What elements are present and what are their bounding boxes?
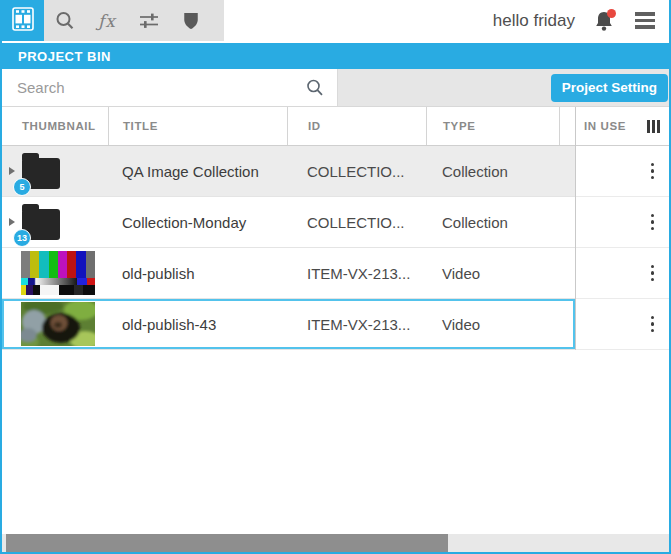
row-id: ITEM-VX-213... bbox=[287, 265, 426, 282]
row-type: Video bbox=[426, 265, 559, 282]
effects-fx-icon[interactable]: ƒx bbox=[86, 0, 128, 41]
table-row[interactable]: old-publish ITEM-VX-213... Video bbox=[2, 248, 575, 299]
panel-title: PROJECT BIN bbox=[2, 43, 669, 69]
row-actions bbox=[576, 197, 669, 248]
folder-icon: 5 bbox=[22, 154, 60, 189]
scrollbar-thumb[interactable] bbox=[6, 534, 448, 552]
col-header-inuse-row: IN USE bbox=[576, 107, 669, 146]
table-left: THUMBNAIL TITLE ID TYPE 5 QA Image Colle… bbox=[2, 107, 576, 350]
user-greeting: hello friday bbox=[493, 11, 575, 31]
kebab-menu-icon[interactable] bbox=[648, 262, 658, 285]
tab-project-bin[interactable] bbox=[2, 0, 44, 41]
adjust-sliders-icon[interactable] bbox=[128, 0, 170, 41]
menu-icon[interactable] bbox=[633, 10, 657, 31]
kebab-menu-icon[interactable] bbox=[648, 313, 658, 336]
row-type: Video bbox=[426, 316, 559, 333]
search-magnifier-icon bbox=[305, 78, 325, 102]
row-id: ITEM-VX-213... bbox=[287, 316, 426, 333]
item-count-badge: 13 bbox=[13, 229, 31, 247]
col-header-inuse[interactable]: IN USE bbox=[584, 120, 626, 132]
row-id: COLLECTIO... bbox=[287, 214, 426, 231]
notifications-bell-icon[interactable] bbox=[593, 9, 615, 33]
table-row[interactable]: 5 QA Image Collection COLLECTIO... Colle… bbox=[2, 146, 575, 197]
table-header-row: THUMBNAIL TITLE ID TYPE bbox=[2, 107, 575, 146]
col-header-title[interactable]: TITLE bbox=[108, 107, 287, 145]
row-type: Collection bbox=[426, 163, 559, 180]
kebab-menu-icon[interactable] bbox=[648, 211, 658, 234]
row-title: old-publish bbox=[108, 265, 287, 282]
notification-dot bbox=[607, 9, 616, 18]
folder-icon: 13 bbox=[22, 205, 60, 240]
col-header-id[interactable]: ID bbox=[287, 107, 426, 145]
video-frame-thumbnail bbox=[21, 302, 95, 346]
toolbar-tab-group: ƒx bbox=[2, 0, 224, 41]
column-chooser-icon[interactable] bbox=[647, 120, 660, 133]
row-title: old-publish-43 bbox=[108, 316, 287, 333]
horizontal-scrollbar[interactable] bbox=[2, 534, 669, 552]
search-row: Project Setting bbox=[2, 69, 669, 107]
expand-arrow-icon[interactable] bbox=[9, 167, 15, 175]
col-header-type[interactable]: TYPE bbox=[426, 107, 559, 145]
row-title: QA Image Collection bbox=[108, 163, 287, 180]
col-header-spacer bbox=[559, 107, 576, 145]
kebab-menu-icon[interactable] bbox=[648, 160, 658, 183]
color-bars-thumbnail bbox=[21, 251, 95, 295]
table-row-selected[interactable]: old-publish-43 ITEM-VX-213... Video bbox=[2, 299, 575, 350]
filmstrip-icon bbox=[12, 7, 34, 35]
row-actions bbox=[576, 146, 669, 197]
project-setting-button[interactable]: Project Setting bbox=[551, 74, 668, 102]
search-input[interactable] bbox=[2, 69, 337, 106]
table-right: IN USE bbox=[576, 107, 669, 350]
row-title: Collection-Monday bbox=[108, 214, 287, 231]
item-count-badge: 5 bbox=[13, 178, 31, 196]
expand-arrow-icon[interactable] bbox=[9, 218, 15, 226]
top-toolbar: ƒx hello friday bbox=[2, 0, 669, 41]
row-type: Collection bbox=[426, 214, 559, 231]
project-bin-table: THUMBNAIL TITLE ID TYPE 5 QA Image Colle… bbox=[2, 107, 669, 350]
search-box bbox=[2, 69, 338, 106]
row-actions bbox=[576, 299, 669, 350]
topbar-right: hello friday bbox=[493, 0, 669, 41]
search-icon[interactable] bbox=[44, 0, 86, 41]
row-actions bbox=[576, 248, 669, 299]
table-row[interactable]: 13 Collection-Monday COLLECTIO... Collec… bbox=[2, 197, 575, 248]
row-id: COLLECTIO... bbox=[287, 163, 426, 180]
col-header-thumbnail[interactable]: THUMBNAIL bbox=[2, 107, 108, 145]
empty-content-area bbox=[2, 350, 669, 534]
shield-icon[interactable] bbox=[170, 0, 212, 41]
app-window: ƒx hello friday bbox=[0, 0, 671, 554]
